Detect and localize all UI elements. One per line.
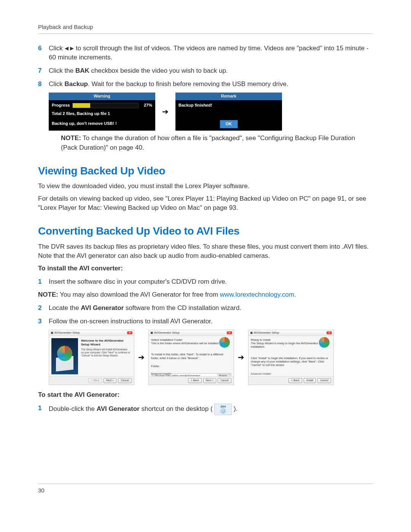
step-body: Click ◀ ▶ to scroll through the list of …	[49, 44, 373, 62]
install-button[interactable]: Install	[304, 378, 316, 383]
panel-title: Warning	[49, 93, 155, 100]
wizard-banner	[51, 338, 78, 374]
step-number: 3	[38, 317, 49, 326]
wizard-welcome: ▣ AVIGenerator Setup ✕ Welcome to the AV…	[49, 330, 134, 385]
arrow-right-icon: ▶	[70, 45, 74, 51]
advanced-installer-label: Advanced Installer	[151, 372, 171, 375]
progress-line1: Total 2 files, Backing up file 1	[52, 111, 152, 117]
next-button[interactable]: Next >	[203, 378, 216, 383]
heading-converting: Converting Backed Up Video to AVI Files	[38, 224, 373, 239]
finished-panel: Remark Backup finished! OK	[175, 93, 282, 131]
install-step-1: 1 Insert the software disc in your compu…	[38, 277, 373, 287]
window-titlebar: ▣ AVIGenerator Setup ✕	[249, 330, 333, 335]
progress-line2: Backing up, don't remove USB! !	[52, 121, 152, 127]
next-button[interactable]: Next >	[104, 378, 116, 383]
step-number: 7	[38, 66, 49, 76]
section1-p2: For details on viewing backed up video, …	[38, 194, 373, 213]
avi-generator-icon: 264AVI	[214, 404, 232, 415]
wizard-folder: ▣ AVIGenerator Setup ✕ Select Installati…	[148, 330, 234, 385]
section1-p1: To view the downloaded video, you must i…	[38, 182, 373, 191]
ok-button[interactable]: OK	[220, 120, 238, 128]
start-step-1: 1 Double-click the AVI Generator shortcu…	[38, 404, 373, 415]
progress-percent: 27%	[141, 102, 152, 109]
window-icon: ▣ AVIGenerator Setup	[51, 331, 80, 334]
wizard-heading: Welcome to the AVIGenerator Setup Wizard	[81, 339, 131, 347]
install-subheading: To install the AVI converter:	[38, 264, 373, 273]
close-icon[interactable]: ✕	[227, 331, 232, 335]
wizard-text: The Setup Wizard will install AVIGenerat…	[81, 348, 131, 357]
flow-arrow-icon: ➔	[138, 352, 145, 363]
note-pack-duration: NOTE: To change the duration of how ofte…	[61, 134, 373, 152]
step-number: 1	[38, 404, 49, 413]
wizard-text: To install in this folder, click "Next".…	[151, 353, 231, 360]
advanced-installer-label: Advanced Installer	[251, 372, 271, 375]
step-8: 8 Click Backup. Wait for the backup to f…	[38, 80, 373, 89]
folder-label: Folder:	[151, 364, 231, 368]
step-7: 7 Click the BAK checkbox beside the vide…	[38, 66, 373, 76]
cancel-button[interactable]: Cancel	[317, 378, 331, 383]
flow-arrow-icon: ➔	[162, 106, 169, 117]
back-button[interactable]: < Back	[88, 378, 102, 383]
wizard-logo-icon	[219, 337, 230, 348]
step-number: 2	[38, 304, 49, 313]
close-icon[interactable]: ✕	[327, 331, 332, 335]
page-header: Playback and Backup	[38, 23, 373, 34]
step-6: 6 Click ◀ ▶ to scroll through the list o…	[38, 44, 373, 62]
window-icon: ▣ AVIGenerator Setup	[250, 331, 279, 334]
install-step-2: 2 Locate the AVI Generator software from…	[38, 304, 373, 313]
flow-arrow-icon: ➔	[238, 352, 244, 363]
wizard-ready: ▣ AVIGenerator Setup ✕ Ready to Install …	[248, 330, 334, 385]
backup-progress-figure: Warning Progress 27% Total 2 files, Back…	[49, 93, 373, 131]
section2-intro: The DVR saves its backup files as propri…	[38, 242, 373, 261]
step-number: 8	[38, 80, 49, 89]
page-number: 30	[38, 487, 45, 494]
window-titlebar: ▣ AVIGenerator Setup ✕	[49, 330, 134, 335]
progress-fill	[73, 103, 91, 108]
progress-bar	[72, 103, 139, 108]
cancel-button[interactable]: Cancel	[118, 378, 132, 383]
wizard-figure: ▣ AVIGenerator Setup ✕ Welcome to the AV…	[49, 330, 373, 385]
close-icon[interactable]: ✕	[127, 331, 132, 335]
step-body: Follow the on-screen instructions to ins…	[49, 317, 373, 326]
link-lorex[interactable]: www.lorextechnology.com	[220, 291, 294, 298]
step-number: 6	[38, 44, 49, 53]
window-icon: ▣ AVIGenerator Setup	[150, 331, 180, 334]
wizard-subtext: This is the folder where AVIGenerator wi…	[151, 342, 219, 345]
wizard-heading: Select Installation Folder	[151, 338, 219, 342]
step-body: Insert the software disc in your compute…	[49, 277, 373, 287]
cancel-button[interactable]: Cancel	[218, 378, 231, 383]
progress-row: Progress 27%	[52, 102, 152, 109]
progress-label: Progress	[52, 102, 70, 109]
step-body: Click the BAK checkbox beside the video …	[49, 66, 373, 76]
heading-viewing: Viewing Backed Up Video	[38, 163, 373, 179]
finished-message: Backup finished!	[178, 102, 279, 109]
page-footer: 30	[38, 484, 373, 495]
note-label: NOTE:	[61, 134, 81, 142]
header-section: Playback and Backup	[38, 24, 93, 30]
note-label: NOTE:	[38, 291, 58, 298]
wizard-logo-icon	[319, 337, 330, 348]
window-titlebar: ▣ AVIGenerator Setup ✕	[149, 330, 234, 335]
back-button[interactable]: < Back	[188, 378, 202, 383]
step-number: 1	[38, 277, 49, 287]
start-subheading: To start the AVI Generator:	[38, 390, 373, 400]
panel-title: Remark	[175, 93, 282, 100]
arrow-left-icon: ◀	[65, 45, 68, 51]
progress-panel: Warning Progress 27% Total 2 files, Back…	[49, 93, 155, 131]
back-button[interactable]: < Back	[288, 378, 302, 383]
step-body: Click Backup. Wait for the backup to fin…	[49, 80, 373, 89]
install-step-3: 3 Follow the on-screen instructions to i…	[38, 317, 373, 326]
wizard-text: Click "Install" to begin the installatio…	[251, 356, 331, 367]
step-body: Locate the AVI Generator software from t…	[49, 304, 373, 313]
note-download: NOTE: You may also download the AVI Gene…	[38, 290, 373, 300]
step-body: Double-click the AVI Generator shortcut …	[49, 404, 373, 415]
